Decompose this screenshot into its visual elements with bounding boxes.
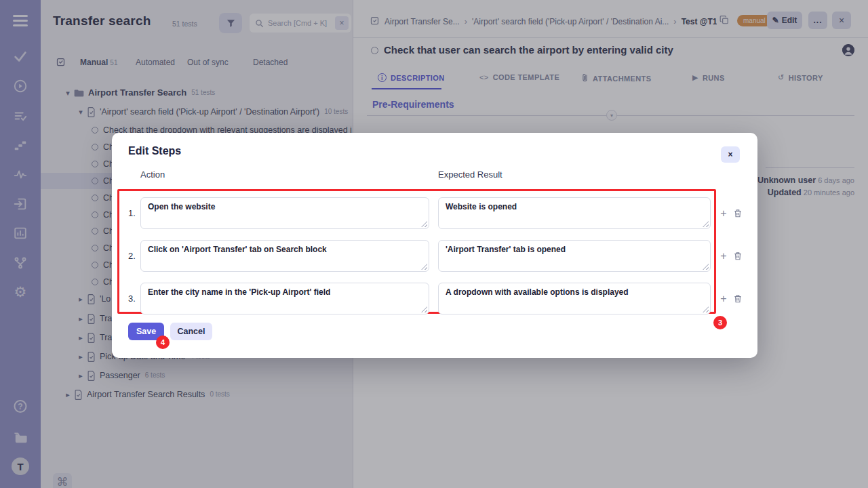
add-step-button[interactable]: + (718, 293, 729, 304)
step-number: 1. (128, 197, 139, 229)
delete-step-button[interactable] (733, 293, 744, 304)
modal-title: Edit Steps (128, 145, 181, 157)
column-header-action: Action (140, 169, 165, 180)
step-number: 3. (128, 283, 139, 314)
step-number: 2. (128, 240, 139, 272)
delete-step-button[interactable] (733, 208, 744, 219)
add-step-button[interactable]: + (718, 251, 729, 262)
cancel-button[interactable]: Cancel (170, 323, 212, 340)
step-expected-input[interactable]: A dropdown with available options is dis… (438, 283, 711, 314)
step-action-input[interactable]: Enter the city name in the 'Pick-up Airp… (140, 283, 429, 314)
annotation-marker-3: 3 (713, 316, 727, 329)
column-header-expected: Expected Result (438, 169, 502, 180)
app-window: ⚙ ? T Transfer search 51 tests × Manual5… (0, 0, 868, 488)
step-expected-input[interactable]: 'Airport Transfer' tab is opened (438, 240, 711, 272)
modal-close-button[interactable]: × (721, 146, 740, 163)
step-expected-input[interactable]: Website is opened (438, 197, 711, 229)
step-action-input[interactable]: Click on 'Airport Transfer' tab on Searc… (140, 240, 429, 272)
add-step-button[interactable]: + (718, 208, 729, 219)
annotation-marker-4: 4 (156, 336, 170, 349)
step-action-input[interactable]: Open the website (140, 197, 429, 229)
edit-steps-modal: Edit Steps × Action Expected Result 1. O… (112, 133, 757, 358)
delete-step-button[interactable] (733, 251, 744, 262)
